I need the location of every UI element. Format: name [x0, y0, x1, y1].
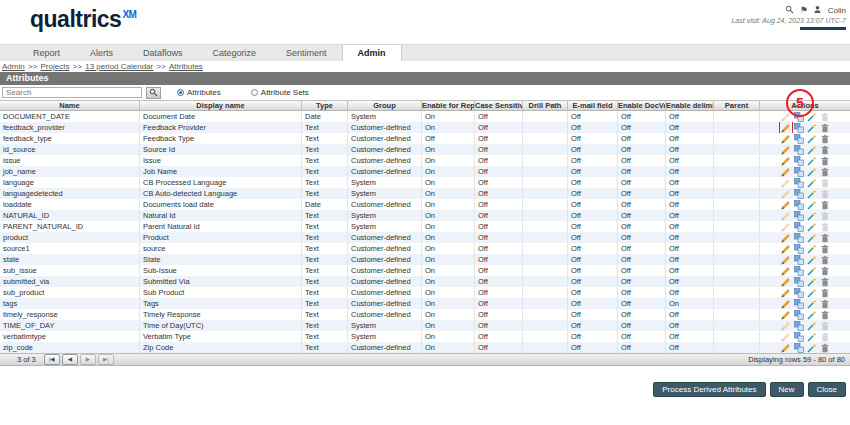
breadcrumb-link-admin[interactable]: Admin	[2, 62, 25, 71]
table-row[interactable]: job_name Job Name Text Customer-defined …	[0, 166, 850, 177]
table-row[interactable]: sub_product Sub Product Text Customer-de…	[0, 287, 850, 298]
derive-attribute-icon[interactable]	[794, 189, 804, 199]
process-wand-icon[interactable]	[807, 134, 817, 144]
table-row[interactable]: tags Tags Text Customer-defined On Off O…	[0, 298, 850, 309]
process-derived-attributes-button[interactable]: Process Derived Attributes	[653, 382, 765, 397]
derive-attribute-icon[interactable]	[794, 299, 804, 309]
breadcrumb-link-projects[interactable]: Projects	[40, 62, 69, 71]
edit-icon[interactable]	[781, 233, 791, 243]
column-header-type[interactable]: Type	[302, 101, 348, 110]
process-wand-icon[interactable]	[807, 255, 817, 265]
process-wand-icon[interactable]	[807, 167, 817, 177]
flag-icon[interactable]: ⚑	[800, 5, 808, 15]
delete-icon[interactable]	[820, 156, 830, 166]
delete-icon[interactable]	[820, 233, 830, 243]
delete-icon[interactable]	[820, 112, 830, 122]
delete-icon[interactable]	[820, 222, 830, 232]
table-row[interactable]: issue Issue Text Customer-defined On Off…	[0, 155, 850, 166]
edit-icon[interactable]	[781, 299, 791, 309]
table-row[interactable]: state State Text Customer-defined On Off…	[0, 254, 850, 265]
prev-page-button[interactable]: ◀	[62, 354, 78, 365]
derive-attribute-icon[interactable]	[794, 277, 804, 287]
first-page-button[interactable]: |◀	[44, 354, 60, 365]
edit-icon[interactable]	[781, 310, 791, 320]
edit-icon[interactable]	[781, 266, 791, 276]
user-name[interactable]: Colin	[828, 6, 846, 15]
delete-icon[interactable]	[820, 299, 830, 309]
delete-icon[interactable]	[820, 266, 830, 276]
process-wand-icon[interactable]	[807, 343, 817, 353]
process-wand-icon[interactable]	[807, 233, 817, 243]
last-page-button[interactable]: ▶|	[98, 354, 114, 365]
table-row[interactable]: DOCUMENT_DATE Document Date Date System …	[0, 111, 850, 122]
edit-icon[interactable]	[781, 244, 791, 254]
derive-attribute-icon[interactable]	[794, 200, 804, 210]
process-wand-icon[interactable]	[807, 189, 817, 199]
derive-attribute-icon[interactable]	[794, 332, 804, 342]
table-row[interactable]: sub_issue Sub-Issue Text Customer-define…	[0, 265, 850, 276]
derive-attribute-icon[interactable]	[794, 156, 804, 166]
column-header-name[interactable]: Name	[0, 101, 140, 110]
delete-icon[interactable]	[820, 277, 830, 287]
table-row[interactable]: source1 source Text Customer-defined On …	[0, 243, 850, 254]
derive-attribute-icon[interactable]	[794, 145, 804, 155]
new-button[interactable]: New	[770, 382, 804, 397]
table-row[interactable]: loaddate Documents load date Date Custom…	[0, 199, 850, 210]
derive-attribute-icon[interactable]	[794, 123, 804, 133]
delete-icon[interactable]	[820, 200, 830, 210]
radio-attribute-sets[interactable]: Attribute Sets	[251, 88, 309, 97]
edit-icon[interactable]	[781, 123, 791, 133]
derive-attribute-icon[interactable]	[794, 178, 804, 188]
radio-attributes[interactable]: Attributes	[177, 88, 221, 97]
process-wand-icon[interactable]	[807, 211, 817, 221]
process-wand-icon[interactable]	[807, 277, 817, 287]
process-wand-icon[interactable]	[807, 299, 817, 309]
edit-icon[interactable]	[781, 167, 791, 177]
tab-report[interactable]: Report	[18, 45, 75, 61]
derive-attribute-icon[interactable]	[794, 310, 804, 320]
table-row[interactable]: verbatimtype Verbatim Type Text System O…	[0, 331, 850, 342]
process-wand-icon[interactable]	[807, 332, 817, 342]
table-row[interactable]: language CB Processed Language Text Syst…	[0, 177, 850, 188]
process-wand-icon[interactable]	[807, 145, 817, 155]
column-header-group[interactable]: Group	[348, 101, 422, 110]
tab-sentiment[interactable]: Sentiment	[271, 45, 342, 61]
delete-icon[interactable]	[820, 145, 830, 155]
process-wand-icon[interactable]	[807, 266, 817, 276]
table-row[interactable]: NATURAL_ID Natural Id Text System On Off…	[0, 210, 850, 221]
derive-attribute-icon[interactable]	[794, 244, 804, 254]
edit-icon[interactable]	[781, 134, 791, 144]
close-button[interactable]: Close	[808, 382, 846, 397]
delete-icon[interactable]	[820, 123, 830, 133]
search-input[interactable]	[2, 87, 142, 98]
table-row[interactable]: id_source Source Id Text Customer-define…	[0, 144, 850, 155]
tab-categorize[interactable]: Categorize	[198, 45, 272, 61]
user-icon[interactable]	[813, 5, 823, 15]
derive-attribute-icon[interactable]	[794, 134, 804, 144]
tab-dataflows[interactable]: Dataflows	[128, 45, 198, 61]
delete-icon[interactable]	[820, 310, 830, 320]
table-row[interactable]: PARENT_NATURAL_ID Parent Natural Id Text…	[0, 221, 850, 232]
edit-icon[interactable]	[781, 200, 791, 210]
delete-icon[interactable]	[820, 244, 830, 254]
delete-icon[interactable]	[820, 211, 830, 221]
derive-attribute-icon[interactable]	[794, 211, 804, 221]
next-page-button[interactable]: ▶	[80, 354, 96, 365]
delete-icon[interactable]	[820, 343, 830, 353]
derive-attribute-icon[interactable]	[794, 321, 804, 331]
tab-admin[interactable]: Admin	[342, 45, 402, 61]
table-row[interactable]: feedback_provider Feedback Provider Text…	[0, 122, 850, 133]
edit-icon[interactable]	[781, 332, 791, 342]
derive-attribute-icon[interactable]	[794, 167, 804, 177]
derive-attribute-icon[interactable]	[794, 255, 804, 265]
table-row[interactable]: feedback_type Feedback Type Text Custome…	[0, 133, 850, 144]
process-wand-icon[interactable]	[807, 200, 817, 210]
edit-icon[interactable]	[781, 255, 791, 265]
delete-icon[interactable]	[820, 288, 830, 298]
column-header-parent[interactable]: Parent	[714, 101, 760, 110]
column-header-display-name[interactable]: Display name	[140, 101, 302, 110]
edit-icon[interactable]	[781, 156, 791, 166]
table-row[interactable]: submitted_via Submitted Via Text Custome…	[0, 276, 850, 287]
edit-icon[interactable]	[781, 145, 791, 155]
delete-icon[interactable]	[820, 189, 830, 199]
